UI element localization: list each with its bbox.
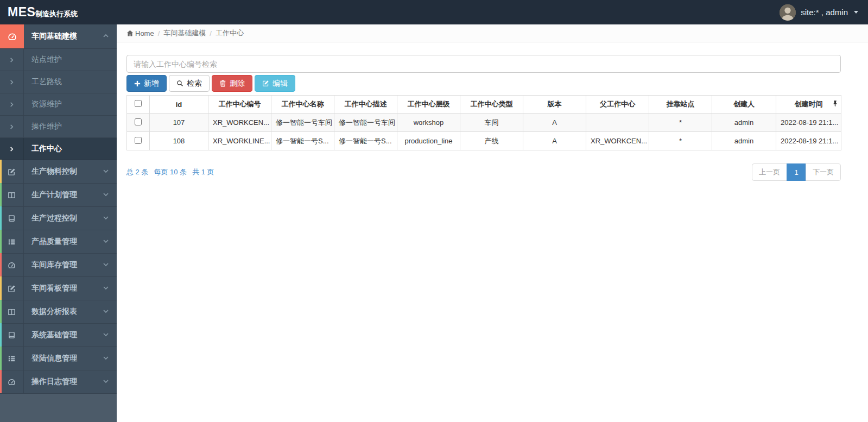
gauge-icon <box>0 370 24 393</box>
accent-strip <box>0 276 2 300</box>
add-button[interactable]: 新增 <box>126 75 167 92</box>
chevron-down-icon <box>103 213 109 223</box>
row-checkbox[interactable] <box>135 137 142 144</box>
sidebar-item-label: 登陆信息管理 <box>24 354 103 363</box>
sidebar-item-work-center[interactable]: 工作中心 <box>0 138 117 160</box>
sidebar-item-operation-log-management[interactable]: 操作日志管理 <box>0 370 117 394</box>
accent-strip <box>0 253 2 276</box>
sidebar-item-resource-maintenance[interactable]: 资源维护 <box>0 93 117 116</box>
search-button[interactable]: 检索 <box>169 75 210 92</box>
search-input[interactable] <box>126 55 841 73</box>
sidebar-item-operation-maintenance[interactable]: 操作维护 <box>0 116 117 138</box>
prev-page-button[interactable]: 上一页 <box>752 163 787 181</box>
chevron-down-icon <box>103 237 109 247</box>
per-page-label[interactable]: 每页 10 条 <box>154 167 187 177</box>
page-count-label: 共 1 页 <box>192 167 214 177</box>
cell-code: XR_WORKCEN... <box>208 114 271 132</box>
user-menu[interactable]: site:* , admin <box>780 4 858 21</box>
accent-strip <box>0 370 2 393</box>
chevron-down-icon <box>103 284 109 293</box>
cell-created-time: 2022-08-19 21:1... <box>776 132 841 150</box>
delete-button[interactable]: 删除 <box>212 75 252 92</box>
table-row: 108 XR_WORKLINE... 修一智能一号S... 修一智能一号S...… <box>127 132 841 150</box>
edit-square-icon <box>0 160 24 183</box>
cell-creator: admin <box>712 114 776 132</box>
book-icon <box>0 207 24 230</box>
sidebar-item-label: 车间库存管理 <box>24 260 103 270</box>
sidebar-item-production-process-control[interactable]: 生产过程控制 <box>0 207 117 230</box>
plus-icon <box>134 80 141 87</box>
page-1-button[interactable]: 1 <box>787 163 806 181</box>
select-all-checkbox[interactable] <box>135 100 142 107</box>
column-header-type: 工作中心类型 <box>460 96 523 114</box>
column-header-version: 版本 <box>523 96 586 114</box>
book-icon <box>0 324 24 347</box>
sidebar: 车间基础建模 站点维护 工艺路线 资源维护 操作维护 工作中心 生产物料控制 生… <box>0 24 117 422</box>
column-header-site: 挂靠站点 <box>649 96 712 114</box>
breadcrumb-separator: / <box>158 29 160 37</box>
accent-strip <box>0 160 2 183</box>
top-navbar: MES制造执行系统 site:* , admin <box>0 0 868 24</box>
breadcrumb-separator: / <box>210 29 212 37</box>
edit-button-label: 编辑 <box>273 79 288 89</box>
cell-id: 107 <box>150 114 208 132</box>
sidebar-item-process-route[interactable]: 工艺路线 <box>0 71 117 93</box>
sidebar-item-label: 产品质量管理 <box>24 237 103 247</box>
avatar <box>780 4 796 21</box>
sidebar-item-label: 操作日志管理 <box>24 377 103 387</box>
table-header-row: id 工作中心编号 工作中心名称 工作中心描述 工作中心层级 工作中心类型 版本… <box>127 96 841 114</box>
column-header-id: id <box>150 96 208 114</box>
cell-level: production_line <box>397 132 460 150</box>
cell-parent: XR_WORKCEN... <box>586 132 649 150</box>
sidebar-item-label: 操作维护 <box>24 122 117 131</box>
edit-icon <box>262 80 269 87</box>
cell-site: * <box>649 114 712 132</box>
toolbar: 新增 检索 删除 编辑 <box>126 75 841 92</box>
accent-strip <box>0 347 2 370</box>
breadcrumb-home[interactable]: Home <box>126 29 154 37</box>
sidebar-item-product-quality-management[interactable]: 产品质量管理 <box>0 230 117 254</box>
sidebar-item-data-analysis-reports[interactable]: 数据分析报表 <box>0 300 117 324</box>
chevron-down-icon <box>103 330 109 340</box>
edit-square-icon <box>0 277 24 300</box>
sidebar-item-login-info-management[interactable]: 登陆信息管理 <box>0 347 117 370</box>
sidebar-item-workshop-kanban-management[interactable]: 车间看板管理 <box>0 277 117 300</box>
gauge-icon <box>0 254 24 276</box>
sidebar-item-system-basic-management[interactable]: 系统基础管理 <box>0 324 117 347</box>
sidebar-item-site-maintenance[interactable]: 站点维护 <box>0 49 117 71</box>
brand-primary: MES <box>8 5 35 20</box>
sidebar-item-workshop-inventory-management[interactable]: 车间库存管理 <box>0 254 117 277</box>
chevron-down-icon <box>103 377 109 387</box>
edit-button[interactable]: 编辑 <box>255 75 295 92</box>
sidebar-item-production-material-control[interactable]: 生产物料控制 <box>0 160 117 184</box>
sidebar-item-label: 站点维护 <box>24 55 117 65</box>
chevron-down-icon <box>103 307 109 317</box>
chevron-down-icon <box>103 190 109 200</box>
pagination-bar: 总 2 条 每页 10 条 共 1 页 上一页 1 下一页 <box>126 163 841 181</box>
sidebar-item-label: 系统基础管理 <box>24 330 103 340</box>
search-icon <box>176 80 183 87</box>
cell-creator: admin <box>712 132 776 150</box>
cell-id: 108 <box>150 132 208 150</box>
sidebar-item-production-plan-management[interactable]: 生产计划管理 <box>0 184 117 207</box>
pin-icon[interactable] <box>833 100 838 109</box>
breadcrumb-home-label: Home <box>135 29 154 37</box>
chevron-up-icon <box>103 32 109 41</box>
breadcrumb-item-workshop-modeling[interactable]: 车间基础建模 <box>163 28 206 38</box>
caret-down-icon <box>854 11 858 14</box>
row-checkbox[interactable] <box>135 118 142 125</box>
column-header-created-time-label: 创建时间 <box>795 100 823 108</box>
sidebar-group-workshop-basic-modeling[interactable]: 车间基础建模 <box>0 24 117 49</box>
arrow-right-icon <box>0 49 24 71</box>
cell-type: 产线 <box>460 132 523 150</box>
columns-icon <box>0 184 24 206</box>
cell-version: A <box>523 132 586 150</box>
app-logo[interactable]: MES制造执行系统 <box>8 5 78 20</box>
next-page-button[interactable]: 下一页 <box>806 163 841 181</box>
row-select-cell <box>127 132 150 150</box>
work-center-table: id 工作中心编号 工作中心名称 工作中心描述 工作中心层级 工作中心类型 版本… <box>126 95 841 150</box>
column-header-name: 工作中心名称 <box>271 96 334 114</box>
user-label: site:* , admin <box>801 8 848 17</box>
breadcrumb: Home / 车间基础建模 / 工作中心 <box>117 24 868 42</box>
trash-icon <box>219 80 226 87</box>
